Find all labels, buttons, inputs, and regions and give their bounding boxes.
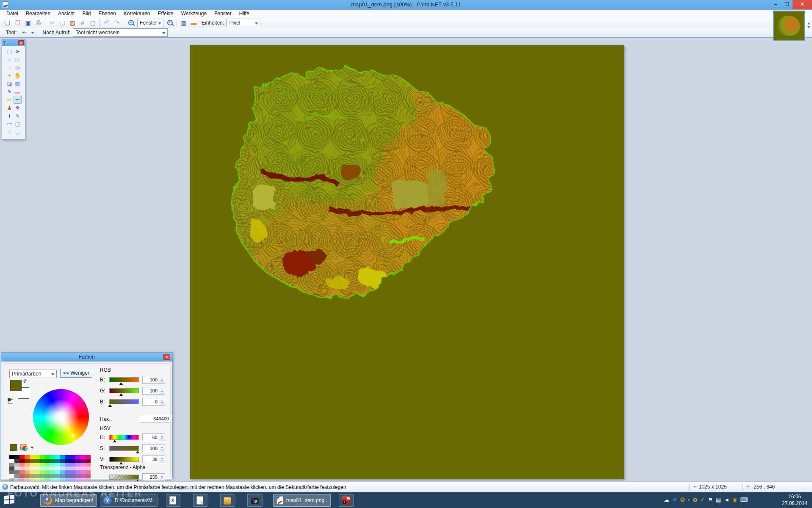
palette-swatch[interactable] bbox=[80, 463, 86, 467]
palette-swatch[interactable] bbox=[30, 474, 35, 478]
save-button[interactable]: ▣ bbox=[23, 19, 33, 27]
tool-pencil[interactable]: ✏ bbox=[6, 96, 14, 104]
palette-swatch[interactable] bbox=[65, 463, 70, 467]
hex-value-field[interactable]: 646400 bbox=[139, 415, 171, 422]
palette-swatch[interactable] bbox=[65, 459, 70, 463]
copy-button[interactable]: ❏ bbox=[57, 19, 67, 27]
palette-swatch[interactable] bbox=[9, 459, 14, 463]
palette-swatch[interactable] bbox=[65, 470, 70, 474]
palette-swatch[interactable] bbox=[40, 459, 45, 463]
a-slider[interactable] bbox=[109, 475, 139, 480]
palette-swatch[interactable] bbox=[50, 467, 55, 470]
chevron-down-icon[interactable] bbox=[31, 32, 34, 34]
palette-chevron-icon[interactable] bbox=[30, 447, 34, 449]
h-slider[interactable] bbox=[109, 435, 139, 440]
r-slider-thumb[interactable] bbox=[119, 382, 123, 385]
palette-swatch[interactable] bbox=[30, 455, 35, 459]
palette-swatch[interactable] bbox=[80, 474, 86, 478]
palette-swatch[interactable] bbox=[80, 455, 86, 459]
tool-zoom[interactable]: ◎ bbox=[14, 64, 22, 72]
start-button[interactable] bbox=[4, 495, 15, 505]
b-slider-thumb[interactable] bbox=[108, 404, 112, 407]
cut-button[interactable]: ✂ bbox=[47, 19, 57, 27]
palette-swatch[interactable] bbox=[60, 459, 65, 463]
palette-swatch[interactable] bbox=[80, 459, 86, 463]
primary-color-swatch[interactable] bbox=[10, 380, 22, 391]
palette-swatch[interactable] bbox=[55, 459, 60, 463]
tool-gradient[interactable]: ▨ bbox=[14, 80, 22, 88]
zoom-in-button[interactable]: + bbox=[165, 19, 175, 27]
zoom-mode-combo[interactable]: Fenster bbox=[137, 19, 163, 27]
palette-swatch[interactable] bbox=[19, 470, 25, 474]
menu-ebenen[interactable]: Ebenen bbox=[94, 10, 119, 17]
tool-lasso-select[interactable]: ○ bbox=[6, 55, 14, 64]
palette-swatch[interactable] bbox=[60, 463, 65, 467]
palette-swatch[interactable] bbox=[50, 455, 55, 459]
palette-swatch[interactable] bbox=[86, 459, 91, 463]
palette-swatch[interactable] bbox=[14, 459, 19, 463]
print-button[interactable]: ⎙ bbox=[33, 19, 43, 27]
tool-freeform-shape[interactable]: ◡ bbox=[14, 128, 22, 136]
palette-swatch[interactable] bbox=[30, 459, 35, 463]
color-wheel-marker[interactable] bbox=[73, 435, 75, 437]
s-value-field[interactable]: 100 bbox=[142, 444, 159, 452]
palette-swatch[interactable] bbox=[25, 467, 30, 470]
tool-recolor[interactable]: ❖ bbox=[14, 104, 22, 112]
palette-swatch[interactable] bbox=[19, 474, 25, 478]
palette-swatch[interactable] bbox=[40, 470, 45, 474]
minimize-button[interactable]: – bbox=[770, 0, 782, 9]
b-value-field[interactable]: 0 bbox=[142, 398, 159, 406]
tool-line-curve[interactable]: ∿ bbox=[14, 112, 22, 120]
palette-swatch[interactable] bbox=[40, 455, 45, 459]
palette-swatch[interactable] bbox=[60, 467, 65, 470]
menu-fenster[interactable]: Fenster bbox=[210, 10, 235, 17]
palette-swatch[interactable] bbox=[70, 467, 75, 470]
colors-dialog-titlebar[interactable]: Farben ✕ bbox=[1, 353, 172, 362]
s-slider[interactable] bbox=[109, 446, 139, 451]
taskbar-clock[interactable]: 16:06 27.06.2014 bbox=[780, 493, 809, 507]
taskbar-button-display-app[interactable] bbox=[247, 494, 262, 507]
a-spinner[interactable]: ▲▼ bbox=[159, 473, 165, 481]
palette-swatch[interactable] bbox=[55, 455, 60, 459]
g-slider-thumb[interactable] bbox=[119, 393, 123, 396]
palette-swatch[interactable] bbox=[55, 474, 60, 478]
palette-swatch[interactable] bbox=[55, 470, 60, 474]
g-slider[interactable] bbox=[109, 388, 139, 393]
taskbar-button-notepad[interactable] bbox=[193, 494, 208, 507]
tool-rectangle[interactable]: ▭ bbox=[6, 120, 14, 128]
palette-swatch[interactable] bbox=[60, 470, 65, 474]
color-wheel[interactable] bbox=[33, 389, 89, 445]
b-spinner[interactable]: ▲▼ bbox=[159, 398, 165, 406]
palette-swatch[interactable] bbox=[50, 459, 55, 463]
car-app-icon[interactable]: ❖ bbox=[672, 496, 677, 504]
menu-hilfe[interactable]: Hilfe bbox=[235, 10, 253, 17]
palette-swatch[interactable] bbox=[35, 455, 40, 459]
menu-bild[interactable]: Bild bbox=[78, 10, 94, 17]
r-spinner[interactable]: ▲▼ bbox=[159, 376, 165, 384]
input-device-icon[interactable]: ⌨ bbox=[740, 496, 748, 504]
after-call-combo[interactable]: Tool nicht wechseln bbox=[73, 28, 168, 37]
current-tool-color-picker-icon[interactable]: ✒ bbox=[19, 28, 29, 37]
palette-swatch[interactable] bbox=[65, 467, 70, 470]
palette-swatch[interactable] bbox=[65, 455, 70, 459]
tool-pan[interactable]: ✋ bbox=[14, 72, 22, 80]
palette-swatch[interactable] bbox=[30, 470, 35, 474]
palette-swatch[interactable] bbox=[35, 463, 40, 467]
menu-korrekturen[interactable]: Korrekturen bbox=[120, 10, 154, 17]
image-list-thumbnail[interactable] bbox=[773, 11, 805, 41]
menu-werkzeuge[interactable]: Werkzeuge bbox=[177, 10, 210, 17]
gray-app-icon[interactable]: ▪ bbox=[688, 496, 690, 504]
palette-swatch[interactable] bbox=[86, 467, 91, 470]
swap-colors-icon[interactable]: ⇄ bbox=[22, 378, 28, 384]
palette-swatch[interactable] bbox=[50, 474, 55, 478]
palette-swatch[interactable] bbox=[19, 455, 25, 459]
flower-icon[interactable]: ✿ bbox=[693, 496, 697, 504]
palette-swatch[interactable] bbox=[50, 470, 55, 474]
v-spinner[interactable]: ▲▼ bbox=[159, 456, 165, 463]
close-button[interactable]: ✕ bbox=[793, 0, 812, 9]
palette-swatch[interactable] bbox=[35, 474, 40, 478]
usb-check-icon[interactable]: ✔ bbox=[700, 496, 705, 504]
units-combo[interactable]: Pixel bbox=[226, 19, 260, 27]
volume-icon[interactable]: ◄ bbox=[724, 496, 729, 504]
tool-text[interactable]: T bbox=[6, 112, 14, 120]
